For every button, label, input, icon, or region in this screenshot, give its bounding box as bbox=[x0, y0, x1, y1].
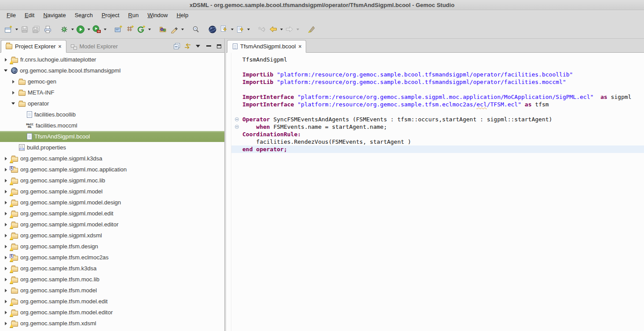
search-button[interactable] bbox=[190, 24, 201, 35]
link-with-editor-button[interactable] bbox=[182, 40, 193, 52]
forward-button[interactable] bbox=[284, 24, 295, 35]
tree-item[interactable]: org.gemoc.sample.sigpml.moc.application bbox=[0, 164, 224, 175]
project-tree[interactable]: fr.cnrs.luchogie.ultimateplotter org.gem… bbox=[0, 53, 224, 331]
collapse-all-button[interactable] bbox=[172, 40, 182, 52]
tree-item[interactable]: org.gemoc.sample.tfsm.model.editor bbox=[0, 307, 224, 318]
new-wizard-button[interactable] bbox=[3, 24, 14, 35]
code-content[interactable]: TfsmAndSigpml ImportLib "platform:/resou… bbox=[231, 53, 644, 331]
view-menu-button[interactable] bbox=[193, 40, 203, 52]
code-editor[interactable]: TfsmAndSigpml ImportLib "platform:/resou… bbox=[226, 53, 644, 331]
tree-item[interactable]: facilities.bcoollib bbox=[0, 109, 224, 120]
next-annotation-button[interactable] bbox=[218, 24, 230, 35]
expander-collapsed-icon[interactable] bbox=[3, 156, 9, 162]
menu-file[interactable]: File bbox=[3, 11, 20, 19]
debug-button[interactable] bbox=[59, 24, 70, 35]
new-gemoc-language-dropdown[interactable] bbox=[147, 24, 152, 35]
expander-collapsed-icon[interactable] bbox=[3, 211, 9, 217]
tab-editor-tfsmandsigpml[interactable]: TfsmAndSigpml.bcool × bbox=[227, 40, 306, 53]
expander-collapsed-icon[interactable] bbox=[3, 57, 9, 63]
fold-collapse-icon[interactable] bbox=[235, 117, 239, 121]
save-button[interactable] bbox=[19, 24, 30, 35]
expander-collapsed-icon[interactable] bbox=[3, 298, 9, 305]
expander-collapsed-icon[interactable] bbox=[3, 244, 9, 250]
tree-item[interactable]: org.gemoc.sample.tfsm.eclmoc2as bbox=[0, 252, 224, 263]
tree-item[interactable]: org.gemoc.sample.sigpml.xdsml bbox=[0, 230, 224, 241]
print-button[interactable] bbox=[42, 24, 53, 35]
menu-run[interactable]: Run bbox=[124, 11, 143, 19]
tree-item[interactable]: org.gemoc.sample.tfsm.xdsml bbox=[0, 318, 224, 329]
maximize-view-button[interactable] bbox=[214, 40, 224, 52]
tree-item[interactable]: META-INF bbox=[0, 87, 224, 98]
expander-collapsed-icon[interactable] bbox=[3, 200, 9, 206]
brush-annotate-button[interactable] bbox=[168, 24, 180, 35]
new-gemoc-language-button[interactable] bbox=[135, 24, 147, 35]
menu-navigate[interactable]: Navigate bbox=[39, 11, 70, 19]
run-configurations-button[interactable] bbox=[91, 24, 102, 35]
expander-collapsed-icon[interactable] bbox=[3, 255, 9, 261]
last-edit-location-button[interactable] bbox=[256, 24, 267, 35]
previous-annotation-dropdown[interactable] bbox=[246, 24, 251, 35]
tree-item[interactable]: org.gemoc.sample.sigpml.k3dsa bbox=[0, 153, 224, 164]
expander-collapsed-icon[interactable] bbox=[3, 266, 9, 272]
tree-item[interactable]: build.properties bbox=[0, 142, 224, 153]
expander-collapsed-icon[interactable] bbox=[3, 320, 9, 327]
expander-collapsed-icon[interactable] bbox=[10, 90, 16, 96]
tree-item[interactable]: org.gemoc.sample.sigpml.model bbox=[0, 186, 224, 197]
expander-collapsed-icon[interactable] bbox=[3, 233, 9, 239]
run-dropdown[interactable] bbox=[86, 24, 91, 35]
new-metamodel-grid-button[interactable] bbox=[124, 24, 135, 35]
tree-item[interactable]: operator bbox=[0, 98, 224, 109]
fold-collapse-icon[interactable] bbox=[235, 125, 239, 129]
tree-item[interactable]: facilities.moccml bbox=[0, 120, 224, 131]
tree-item[interactable]: fr.cnrs.luchogie.ultimateplotter bbox=[0, 54, 224, 65]
expander-collapsed-icon[interactable] bbox=[3, 222, 9, 228]
tab-model-explorer[interactable]: Model Explorer bbox=[66, 40, 122, 53]
menu-edit[interactable]: Edit bbox=[21, 11, 38, 19]
menu-help[interactable]: Help bbox=[172, 11, 192, 19]
tree-item[interactable]: org.gemoc.sample.sigpml.model.editor bbox=[0, 219, 224, 230]
tree-item-selected[interactable]: TfsmAndSigpml.bcool bbox=[0, 131, 224, 142]
expander-expanded-icon[interactable] bbox=[3, 68, 9, 74]
close-tab-icon[interactable]: × bbox=[298, 44, 301, 50]
expander-collapsed-icon[interactable] bbox=[10, 79, 16, 85]
close-tab-icon[interactable]: × bbox=[58, 44, 61, 50]
expander-collapsed-icon[interactable] bbox=[3, 167, 9, 173]
debug-dropdown[interactable] bbox=[70, 24, 75, 35]
new-xdsml-project-button[interactable] bbox=[113, 24, 124, 35]
minimize-view-button[interactable] bbox=[203, 40, 214, 52]
run-button[interactable] bbox=[75, 24, 86, 35]
tree-item[interactable]: org.gemoc.sample.sigpml.moc.lib bbox=[0, 175, 224, 186]
menu-window[interactable]: Window bbox=[143, 11, 172, 19]
mark-occurrences-button[interactable] bbox=[305, 24, 317, 35]
expander-expanded-icon[interactable] bbox=[10, 101, 16, 107]
menu-search[interactable]: Search bbox=[71, 11, 97, 19]
tree-item[interactable]: org.gemoc.sample.tfsm.model.edit bbox=[0, 296, 224, 307]
forward-dropdown[interactable] bbox=[295, 24, 300, 35]
expander-collapsed-icon[interactable] bbox=[3, 189, 9, 195]
previous-annotation-button[interactable] bbox=[234, 24, 246, 35]
run-configurations-dropdown[interactable] bbox=[102, 24, 107, 35]
open-resource-button[interactable] bbox=[157, 24, 168, 35]
save-all-button[interactable] bbox=[30, 24, 42, 35]
tab-project-explorer[interactable]: Project Explorer × bbox=[1, 40, 66, 53]
new-wizard-dropdown[interactable] bbox=[14, 24, 19, 35]
expander-collapsed-icon[interactable] bbox=[3, 309, 9, 316]
tree-item[interactable]: org.gemoc.sample.tfsm.model bbox=[0, 285, 224, 296]
web-browser-button[interactable] bbox=[207, 24, 218, 35]
tree-item[interactable]: org.gemoc.sample.sigpml.model.edit bbox=[0, 208, 224, 219]
expander-collapsed-icon[interactable] bbox=[3, 287, 9, 294]
tree-item[interactable]: org.gemoc.sample.tfsm.moc.lib bbox=[0, 274, 224, 285]
tree-item[interactable]: org.gemoc.sample.tfsm.design bbox=[0, 241, 224, 252]
tree-item[interactable]: org.gemoc.sample.tfsm.k3dsa bbox=[0, 263, 224, 274]
expander-collapsed-icon[interactable] bbox=[3, 178, 9, 184]
tree-item[interactable]: org.gemoc.sample.sigpml.model.design bbox=[0, 197, 224, 208]
next-annotation-dropdown[interactable] bbox=[230, 24, 234, 35]
brush-annotate-dropdown[interactable] bbox=[180, 24, 185, 35]
expander-collapsed-icon[interactable] bbox=[3, 276, 9, 283]
tree-item[interactable]: org.gemoc.sample.bcool.tfsmandsigpml bbox=[0, 65, 224, 76]
tree-item[interactable]: gemoc-gen bbox=[0, 76, 224, 87]
run-icon bbox=[76, 25, 85, 34]
menu-project[interactable]: Project bbox=[98, 11, 123, 19]
back-button[interactable] bbox=[267, 24, 279, 35]
back-dropdown[interactable] bbox=[279, 24, 284, 35]
